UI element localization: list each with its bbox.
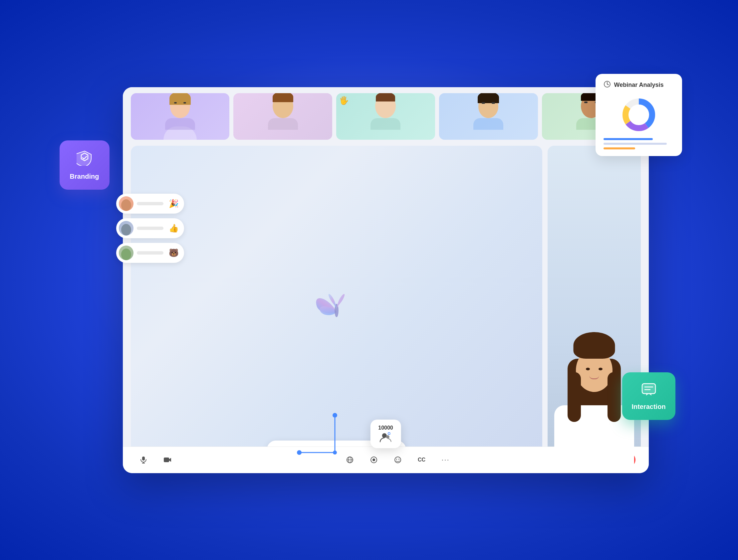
svg-point-19 xyxy=(386,435,389,439)
analysis-clock-icon xyxy=(604,80,611,89)
reaction-avatar-1 xyxy=(119,196,133,211)
participants-bar: 🖐 xyxy=(123,87,649,146)
participants-count-label: 10000 xyxy=(378,425,393,431)
globe-button[interactable] xyxy=(343,453,357,467)
reaction-item-3: 🐻 xyxy=(116,243,184,263)
webinar-window: 🖐 xyxy=(123,87,649,473)
participants-button[interactable]: 10000 xyxy=(370,420,401,448)
cc-button[interactable]: CC xyxy=(414,453,429,467)
participant-thumb-3[interactable]: 🖐 xyxy=(336,93,435,140)
reaction-avatar-2 xyxy=(119,221,133,235)
control-group-center: CC ··· xyxy=(343,453,453,467)
record-button[interactable] xyxy=(367,453,381,467)
cc-label: CC xyxy=(418,457,425,463)
control-group-left xyxy=(136,453,175,467)
reaction-emoji-1: 🎉 xyxy=(169,199,179,208)
analysis-header: Webinar Analysis xyxy=(604,80,674,89)
interaction-label: Interaction xyxy=(632,403,665,411)
donut-chart xyxy=(604,95,674,135)
speaker-placeholder xyxy=(547,146,641,472)
reaction-emoji-2: 👍 xyxy=(169,223,179,233)
svg-point-14 xyxy=(372,459,375,461)
branding-card[interactable]: Branding xyxy=(60,140,109,190)
svg-point-17 xyxy=(398,459,399,460)
reaction-avatar-3 xyxy=(119,245,133,260)
svg-point-33 xyxy=(630,105,648,124)
emoji-button[interactable] xyxy=(390,453,405,467)
presentation-slide: 10,000 participants at the same time xyxy=(131,146,542,472)
svg-line-28 xyxy=(607,84,609,85)
branding-label: Branding xyxy=(70,173,99,180)
reaction-list: 🎉 👍 🐻 xyxy=(116,194,184,263)
reaction-item-1: 🎉 xyxy=(116,194,184,213)
reaction-bar-1 xyxy=(137,202,163,205)
branding-icon xyxy=(76,150,92,169)
analysis-card: Webinar Analysis xyxy=(596,74,682,156)
svg-rect-23 xyxy=(642,384,656,394)
analysis-bars xyxy=(604,138,674,149)
more-button[interactable]: ··· xyxy=(438,453,453,467)
svg-point-15 xyxy=(395,457,401,463)
camera-button[interactable] xyxy=(160,453,175,467)
svg-rect-6 xyxy=(142,457,145,461)
svg-point-16 xyxy=(396,459,397,460)
speaker-video xyxy=(547,146,641,472)
reaction-item-2: 👍 xyxy=(116,218,184,238)
svg-point-1 xyxy=(333,413,337,418)
interaction-icon xyxy=(641,382,657,399)
reaction-bar-3 xyxy=(137,251,163,254)
participant-thumb-1[interactable] xyxy=(131,93,230,140)
bar-line-2 xyxy=(604,143,667,145)
main-container: 🖐 xyxy=(70,47,669,513)
svg-point-18 xyxy=(382,433,387,438)
interaction-card[interactable]: Interaction xyxy=(622,372,675,420)
svg-rect-9 xyxy=(164,458,169,462)
reaction-bar-2 xyxy=(137,226,163,230)
mic-button[interactable] xyxy=(136,453,151,467)
participant-thumb-4[interactable] xyxy=(439,93,538,140)
butterfly-logo xyxy=(307,279,367,339)
reaction-emoji-3: 🐻 xyxy=(169,248,179,257)
analysis-title: Webinar Analysis xyxy=(614,81,664,88)
participant-thumb-2[interactable] xyxy=(233,93,332,140)
bar-line-3 xyxy=(604,147,635,149)
bar-line-1 xyxy=(604,138,653,140)
